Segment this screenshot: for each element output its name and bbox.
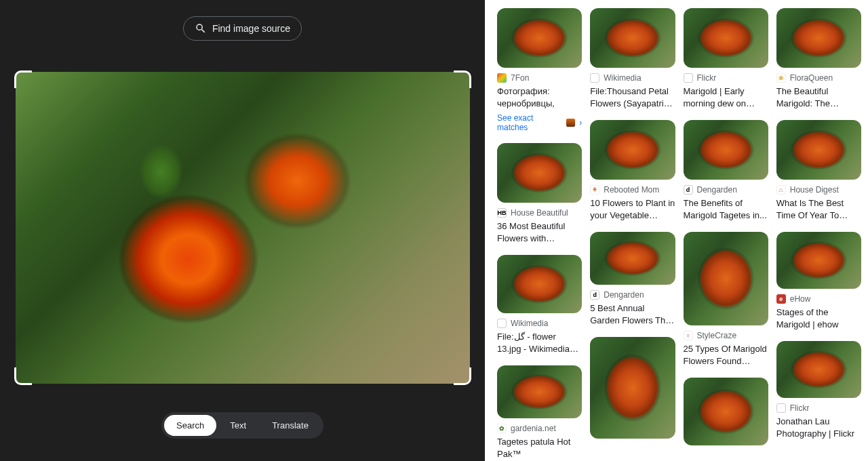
chevron-right-icon: › xyxy=(579,118,582,127)
result-thumbnail[interactable] xyxy=(684,232,768,325)
result-title: Stages of the Marigold | ehow xyxy=(776,306,861,330)
result-source-name: gardenia.net xyxy=(511,424,556,433)
result-thumbnail[interactable] xyxy=(684,378,768,445)
result-source-name: House Digest xyxy=(790,185,839,195)
result-source-name: FloraQueen xyxy=(790,73,833,83)
crop-handle-top-right[interactable] xyxy=(454,71,471,88)
result-title: The Benefits of Marigold Tagetes in... xyxy=(684,197,768,221)
result-source: dDengarden xyxy=(590,290,675,300)
source-favicon-icon: e xyxy=(776,294,786,304)
result-thumbnail[interactable] xyxy=(684,120,768,180)
result-card[interactable]: ✿gardenia.netTagetes patula Hot Pak™ xyxy=(497,365,582,460)
see-exact-matches-label: See exact matches xyxy=(497,113,562,132)
result-thumbnail[interactable] xyxy=(776,232,861,289)
result-title: File:Thousand Petal Flowers (Sayapatri) … xyxy=(590,85,675,109)
result-source: ⚘Rebooted Mom xyxy=(590,185,675,195)
source-favicon-icon: ❀ xyxy=(776,73,786,83)
results-column: ❀FloraQueenThe Beautiful Marigold: The O… xyxy=(776,8,861,461)
result-thumbnail[interactable] xyxy=(590,120,675,180)
source-favicon-icon: ⚘ xyxy=(590,185,599,195)
result-source-name: Rebooted Mom xyxy=(604,185,659,195)
search-icon xyxy=(195,22,207,35)
source-favicon-icon: ♀ xyxy=(684,331,693,340)
result-title: Jonathan Lau Photography | Flickr xyxy=(776,416,861,439)
result-source: ❀FloraQueen xyxy=(776,73,861,83)
result-source: ••Flickr xyxy=(776,403,861,413)
result-card[interactable]: ❀FloraQueenThe Beautiful Marigold: The O… xyxy=(776,8,861,109)
result-card[interactable] xyxy=(590,337,675,439)
result-title: Фотография: чернобривцы, xyxy=(497,85,582,109)
result-title: The Beautiful Marigold: The October Birt… xyxy=(776,85,861,109)
result-title: 10 Flowers to Plant in your Vegetable Ga… xyxy=(590,197,675,221)
results-column: 7FonФотография: чернобривцы,See exact ma… xyxy=(497,8,582,461)
result-thumbnail[interactable] xyxy=(590,8,675,68)
results-column: ⵔWikimediaFile:Thousand Petal Flowers (S… xyxy=(590,8,675,461)
result-thumbnail[interactable] xyxy=(497,255,582,313)
result-source-name: Wikimedia xyxy=(604,73,641,83)
result-thumbnail[interactable] xyxy=(590,337,675,439)
query-image-frame[interactable] xyxy=(16,72,470,384)
result-card[interactable]: HBHouse Beautiful36 Most Beautiful Flowe… xyxy=(497,143,582,244)
result-title: File:گل - flower 13.jpg - Wikimedia Comm… xyxy=(497,331,582,355)
result-title: 5 Best Annual Garden Flowers That Are Ea… xyxy=(590,302,675,326)
result-card[interactable]: ♀StyleCraze25 Types Of Marigold Flowers … xyxy=(684,232,768,367)
source-favicon-icon: •• xyxy=(776,403,786,413)
result-source-name: Dengarden xyxy=(604,290,644,300)
result-card[interactable]: eeHowStages of the Marigold | ehow xyxy=(776,232,861,330)
result-card[interactable]: ⚘Rebooted Mom10 Flowers to Plant in your… xyxy=(590,120,675,221)
crop-handle-bottom-right[interactable] xyxy=(454,367,471,385)
result-thumbnail[interactable] xyxy=(590,232,675,285)
result-card[interactable]: ⌂House DigestWhat Is The Best Time Of Ye… xyxy=(776,120,861,221)
result-thumbnail[interactable] xyxy=(776,120,861,180)
result-source: ⵔWikimedia xyxy=(497,319,582,328)
find-image-source-button[interactable]: Find image source xyxy=(183,16,302,41)
source-favicon-icon xyxy=(497,73,507,83)
result-source-name: 7Fon xyxy=(511,73,529,83)
result-source: ✿gardenia.net xyxy=(497,424,582,433)
result-card[interactable]: ⵔWikimediaFile:گل - flower 13.jpg - Wiki… xyxy=(497,255,582,355)
source-favicon-icon: ⵔ xyxy=(590,73,599,83)
result-source: ⵔWikimedia xyxy=(590,73,675,83)
result-card[interactable]: dDengardenThe Benefits of Marigold Taget… xyxy=(684,120,768,221)
result-card[interactable]: dDengarden5 Best Annual Garden Flowers T… xyxy=(590,232,675,326)
result-source-name: eHow xyxy=(790,294,811,304)
result-card[interactable]: 7FonФотография: чернобривцы,See exact ma… xyxy=(497,8,582,132)
result-thumbnail[interactable] xyxy=(497,143,582,203)
source-favicon-icon: •• xyxy=(684,73,693,83)
result-card[interactable] xyxy=(684,378,768,445)
see-exact-matches-link[interactable]: See exact matches› xyxy=(497,113,582,132)
mini-thumb-icon xyxy=(566,119,575,127)
query-image xyxy=(16,72,470,384)
result-source: 7Fon xyxy=(497,73,582,83)
result-source: eeHow xyxy=(776,294,861,304)
result-source: ⌂House Digest xyxy=(776,185,861,195)
result-source-name: Flickr xyxy=(697,73,717,83)
mode-search-button[interactable]: Search xyxy=(164,415,216,436)
source-favicon-icon: HB xyxy=(497,208,507,218)
result-source: dDengarden xyxy=(684,185,768,195)
results-panel: 7FonФотография: чернобривцы,See exact ma… xyxy=(485,0,868,461)
crop-handle-bottom-left[interactable] xyxy=(14,367,32,385)
result-title: 36 Most Beautiful Flowers with Names... xyxy=(497,220,582,244)
source-favicon-icon: d xyxy=(684,185,693,195)
result-thumbnail[interactable] xyxy=(684,8,768,68)
result-thumbnail[interactable] xyxy=(497,365,582,418)
result-card[interactable]: ••FlickrJonathan Lau Photography | Flick… xyxy=(776,341,861,439)
result-source: ••Flickr xyxy=(684,73,768,83)
mode-text-button[interactable]: Text xyxy=(218,415,258,436)
mode-translate-button[interactable]: Translate xyxy=(260,415,321,436)
result-card[interactable]: ⵔWikimediaFile:Thousand Petal Flowers (S… xyxy=(590,8,675,109)
results-column: ••FlickrMarigold | Early morning dew on … xyxy=(684,8,768,461)
result-source: HBHouse Beautiful xyxy=(497,208,582,218)
lens-panel: Find image source Search Text Translate xyxy=(0,0,485,461)
result-thumbnail[interactable] xyxy=(776,8,861,68)
result-thumbnail[interactable] xyxy=(776,341,861,398)
source-favicon-icon: ⵔ xyxy=(497,319,507,328)
result-card[interactable]: ••FlickrMarigold | Early morning dew on … xyxy=(684,8,768,109)
crop-handle-top-left[interactable] xyxy=(14,71,32,88)
result-thumbnail[interactable] xyxy=(497,8,582,68)
mode-toggle: Search Text Translate xyxy=(161,412,323,439)
result-source-name: Wikimedia xyxy=(511,319,548,328)
result-title: Tagetes patula Hot Pak™ xyxy=(497,436,582,460)
result-title: 25 Types Of Marigold Flowers Found Acros… xyxy=(684,343,768,367)
